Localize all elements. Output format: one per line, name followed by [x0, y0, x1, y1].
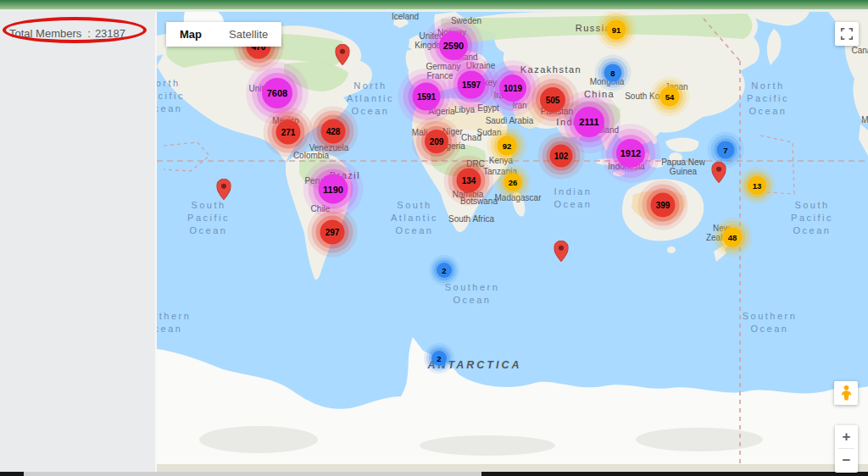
- cluster-marker[interactable]: 297: [320, 220, 345, 245]
- cluster-marker[interactable]: 1591: [413, 83, 441, 111]
- cluster-marker[interactable]: 13: [748, 176, 766, 195]
- cluster-marker[interactable]: 48: [723, 228, 743, 247]
- cluster-marker[interactable]: 399: [651, 193, 676, 218]
- cluster-marker[interactable]: 505: [540, 87, 565, 113]
- cluster-marker[interactable]: 91: [607, 20, 626, 40]
- sidebar: Total Members:23187: [0, 12, 157, 472]
- cluster-marker[interactable]: 271: [276, 120, 301, 145]
- zoom-out-button[interactable]: −: [835, 449, 858, 472]
- cluster-marker[interactable]: 26: [504, 174, 522, 191]
- map-tab[interactable]: Map: [166, 22, 215, 47]
- horizontal-scrollbar-track[interactable]: [0, 472, 868, 476]
- cluster-marker[interactable]: 1912: [616, 139, 645, 168]
- zoom-control: + −: [835, 425, 858, 473]
- map-type-control: Map Satellite: [166, 22, 281, 47]
- map-pin[interactable]: [217, 179, 231, 200]
- cluster-marker[interactable]: 1597: [458, 71, 486, 99]
- cluster-marker[interactable]: 2590: [439, 31, 468, 60]
- total-members-row: Total Members:23187: [0, 12, 157, 54]
- cluster-marker[interactable]: 2: [437, 263, 452, 278]
- pegman-icon: [840, 385, 853, 401]
- map-pin[interactable]: [336, 44, 350, 65]
- cluster-marker[interactable]: 8: [604, 64, 622, 82]
- map-pin-icon: [554, 241, 569, 262]
- pegman-button[interactable]: [834, 381, 858, 405]
- map-pin-icon: [217, 179, 231, 200]
- cluster-marker[interactable]: 2: [431, 351, 447, 366]
- cluster-marker[interactable]: 54: [660, 87, 680, 107]
- map-bottom-strip: [157, 464, 868, 472]
- cluster-marker[interactable]: 1190: [319, 174, 348, 204]
- satellite-tab[interactable]: Satellite: [215, 22, 281, 47]
- top-divider-strip: [0, 9, 868, 12]
- top-accent-bar: [0, 0, 868, 9]
- fullscreen-button[interactable]: [835, 22, 859, 46]
- cluster-marker[interactable]: 428: [321, 119, 346, 144]
- horizontal-scrollbar-thumb[interactable]: [24, 472, 481, 476]
- map-pin-icon: [336, 44, 350, 65]
- fullscreen-icon: [840, 27, 854, 41]
- map-pin-icon: [712, 162, 726, 183]
- zoom-in-button[interactable]: +: [835, 425, 858, 448]
- cluster-marker[interactable]: 92: [498, 136, 517, 156]
- map-pin[interactable]: [554, 241, 569, 262]
- cluster-marker[interactable]: 209: [425, 130, 448, 153]
- cluster-marker[interactable]: 7: [717, 141, 735, 159]
- map-pin[interactable]: [712, 162, 726, 183]
- cluster-marker[interactable]: 2111: [574, 107, 604, 137]
- cluster-marker[interactable]: 134: [457, 169, 481, 193]
- cluster-marker[interactable]: 1019: [499, 75, 526, 102]
- map-canvas[interactable]: Map Satellite North Atlantic OceanNorth …: [157, 12, 868, 464]
- annotation-ellipse: [3, 17, 147, 43]
- cluster-marker[interactable]: 102: [550, 145, 573, 168]
- cluster-marker[interactable]: 7608: [262, 78, 292, 108]
